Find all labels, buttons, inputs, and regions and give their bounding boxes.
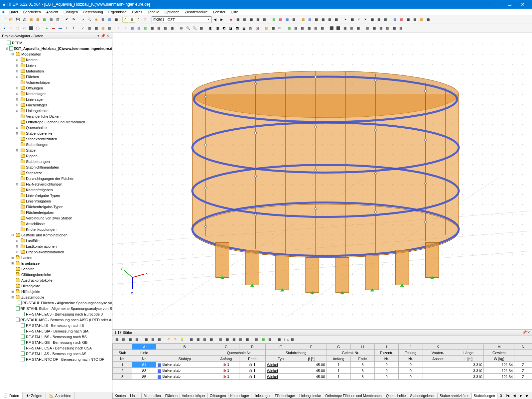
tree-item[interactable]: Stabbettungen (0, 159, 112, 164)
menu-berechnung[interactable]: Berechnung (81, 9, 105, 15)
tb-icon[interactable]: ▦ (349, 17, 355, 23)
tb-icon[interactable]: ▦ (313, 17, 319, 23)
tb-icon[interactable]: ▦ (100, 25, 106, 31)
tree-item[interactable]: ⊞Knotenlager (0, 91, 112, 96)
tb-icon[interactable]: ▦ (307, 17, 313, 23)
tb-icon[interactable]: ▦ (188, 336, 194, 342)
menu-hilfe[interactable]: Hilfe (229, 9, 240, 15)
tree-item[interactable]: RF-STAHL IS - Bemessung nach IS (0, 323, 112, 328)
print-icon[interactable]: 🖨 (21, 17, 27, 23)
tb-icon[interactable]: ▦ (113, 17, 119, 23)
table-close-icon[interactable]: ✕ (527, 330, 530, 334)
menu-datei[interactable]: Datei (7, 9, 20, 15)
tb-icon[interactable]: ◧ (207, 25, 213, 31)
tree-item[interactable]: ⊞Ergebniskombinationen (0, 249, 112, 255)
tree-item[interactable]: RF-STAHL Flächen - Allgemeine Spannungsa… (0, 300, 112, 306)
tree-item[interactable]: Stabteilungen (0, 142, 112, 147)
menu-extras[interactable]: Extras (130, 9, 144, 15)
tb-icon[interactable]: ▲ (44, 25, 50, 31)
tree-item[interactable]: Rippen (0, 153, 112, 159)
tb-icon[interactable]: ▦ (86, 25, 92, 31)
tb-icon[interactable]: ▦ (418, 17, 424, 23)
tb-icon[interactable]: ⊞ (100, 17, 106, 23)
table-tab[interactable]: Öffnungen (207, 393, 228, 399)
tb-icon[interactable]: ▦ (198, 25, 204, 31)
tb-icon[interactable]: ▦ (405, 17, 411, 23)
tb-icon[interactable]: ▦ (142, 25, 148, 31)
tb-icon[interactable]: ▬ (51, 25, 57, 31)
tree-item[interactable]: ⊟Lastfälle und Kombinationen (0, 232, 112, 238)
tb-icon[interactable]: ▦ (35, 17, 41, 23)
tb-icon[interactable]: ▦ (320, 17, 326, 23)
tb-icon[interactable]: ▦ (290, 336, 296, 342)
tb-icon[interactable]: ▦ (267, 336, 273, 342)
tree-item[interactable]: RF-STAHL NTC-DF - Bemessung nach NTC-DF (0, 356, 112, 362)
tb-icon[interactable]: ↓ (122, 25, 128, 31)
tb-icon[interactable]: ● (1, 25, 7, 31)
tree-item[interactable]: ⊟EGT_Aquavilla_Holzbau_(C)www.isenmann-i… (0, 46, 112, 51)
tab-ansichten[interactable]: 📐 Ansichten (46, 392, 75, 399)
tab-daten[interactable]: 📄 Daten (0, 392, 23, 399)
tb-icon[interactable]: ⬓ (241, 25, 247, 31)
tb-icon[interactable]: 💡 (179, 336, 185, 342)
tb-icon[interactable]: ▦ (235, 17, 241, 23)
tb-icon[interactable]: ▦ (371, 25, 377, 31)
tb-icon[interactable]: ◉ (93, 17, 99, 23)
tree-item[interactable]: RF-STAHL AS - Bemessung nach AS (0, 351, 112, 356)
tb-icon[interactable]: ▦ (277, 17, 283, 23)
table-tab[interactable]: Flächen (163, 393, 180, 399)
tb-icon[interactable]: ▦ (271, 17, 277, 23)
tb-icon[interactable]: ▦ (412, 17, 418, 23)
tb-icon[interactable]: ▦ (156, 25, 162, 31)
model-viewport[interactable]: x y z (112, 33, 532, 329)
tb-icon[interactable]: ▦ (114, 336, 120, 342)
table-tab[interactable]: Stabexzentrizitäten (437, 393, 471, 399)
table-tab[interactable]: Materialien (141, 393, 163, 399)
menu-ansicht[interactable]: Ansicht (44, 9, 60, 15)
tb-icon[interactable]: ▦ (169, 25, 175, 31)
tree-item[interactable]: RF-STAHL AISC - Bemessung nach AISC (LRF… (0, 317, 112, 323)
tb-icon[interactable]: ▥ (55, 17, 61, 23)
maximize-button[interactable]: ▭ (503, 2, 516, 7)
tb-icon[interactable]: ▯ (142, 17, 148, 23)
tree-item[interactable]: RF-STAHL BS - Bemessung nach BS (0, 334, 112, 339)
tb-icon[interactable]: ▦ (398, 17, 404, 23)
table-tab[interactable]: Orthotrope Flächen und Membranen (323, 393, 384, 399)
tb-icon[interactable]: ▦ (333, 17, 339, 23)
tree-item[interactable]: Glättungsbereiche (0, 272, 112, 277)
table-tab[interactable]: Linienlager (251, 393, 273, 399)
tree-item[interactable]: Flächenfreigabe-Typen (0, 204, 112, 209)
tb-icon[interactable]: ▦ (342, 25, 348, 31)
tb-icon[interactable]: ▦ (106, 25, 112, 31)
tb-icon[interactable]: ▦ (291, 17, 297, 23)
tb-icon[interactable]: ▦ (391, 25, 397, 31)
tree-item[interactable]: Schnitte (0, 266, 112, 272)
tb-icon[interactable]: ▦ (217, 336, 223, 342)
close-button[interactable]: ✕ (516, 2, 529, 7)
tree-item[interactable]: RF-STAHL Stäbe - Allgemeine Spannungsana… (0, 306, 112, 311)
tree-item[interactable]: Durchdringungen der Flächen (0, 176, 112, 181)
tb-icon[interactable]: ▦ (382, 17, 388, 23)
tb-icon[interactable]: ▦ (253, 336, 259, 342)
tree-item[interactable]: ⊞Querschnitte (0, 125, 112, 130)
table-tab[interactable]: Linien (128, 393, 142, 399)
tb-icon[interactable]: ↶ (166, 336, 172, 342)
tb-icon[interactable]: ▦ (263, 25, 269, 31)
tb-icon[interactable]: ▦ (106, 17, 112, 23)
tb-icon[interactable]: ▦ (313, 25, 319, 31)
tb-icon[interactable]: ↷ (172, 336, 178, 342)
tb-icon[interactable]: ▦ (136, 25, 142, 31)
tb-icon[interactable]: ✕ (356, 17, 362, 23)
table-pin-icon[interactable]: 📌 (522, 330, 527, 334)
search-icon[interactable]: 🔍 (86, 17, 92, 23)
tb-icon[interactable]: ▦ (231, 336, 237, 342)
tb-icon[interactable]: ◳ (247, 25, 253, 31)
tb-icon[interactable]: ▦ (28, 17, 34, 23)
tb-icon[interactable]: ◪ (227, 25, 233, 31)
tb-icon[interactable]: ▦ (364, 25, 370, 31)
tb-icon[interactable]: ↓ (116, 25, 122, 31)
tb-icon[interactable]: ▦ (195, 336, 201, 342)
tb-icon[interactable]: ▦ (127, 336, 133, 342)
zoom-in-icon[interactable]: 🔍 (185, 25, 191, 31)
tb-icon[interactable]: ▦ (237, 336, 243, 342)
